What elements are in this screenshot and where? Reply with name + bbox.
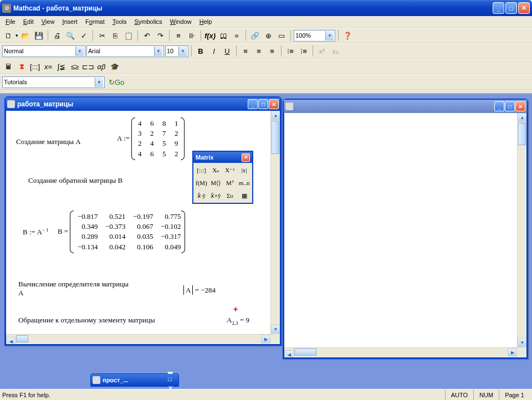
menu-tools[interactable]: Tools [109, 17, 130, 26]
save-button[interactable]: 💾 [33, 29, 45, 42]
close-button[interactable]: ✕ [518, 2, 530, 14]
numbering-button[interactable]: ⁝≡ [298, 45, 310, 57]
cut-button[interactable]: ✂ [96, 29, 108, 42]
label-elem[interactable]: Обращение к отдельному элементу матрицы [18, 316, 155, 325]
menu-edit[interactable]: Edit [20, 17, 37, 26]
matrix-a-region[interactable]: A := 4681 3272 2459 4652 [117, 117, 185, 160]
undo-button[interactable]: ↶ [141, 29, 153, 42]
child-window-2[interactable]: _ □ ✕ ▲ ▼ ◀ ▶ [283, 99, 528, 359]
child1-close[interactable]: ✕ [269, 99, 279, 109]
child2-maximize[interactable]: □ [505, 101, 515, 111]
zoom-combo[interactable]: 100%▼ [294, 30, 335, 42]
maximize-button[interactable]: □ [505, 2, 517, 14]
child1-minimize[interactable]: _ [248, 99, 258, 109]
calculator-icon[interactable]: 🖩 [2, 60, 14, 73]
copy-button[interactable]: ⎘ [109, 29, 121, 42]
workspace: _ □ ✕ ▲ ▼ ◀ ▶ работа_матрицы _ □ ✕ [0, 93, 532, 389]
app-icon: ⚙ [2, 4, 11, 13]
scrollbar-v[interactable]: ▲ ▼ [517, 113, 526, 347]
component-button[interactable]: 🔗 [249, 29, 261, 42]
label-det[interactable]: Вычисление определителя матрицы А [18, 280, 129, 298]
doc-icon [93, 376, 100, 384]
pbtn-vectorize[interactable]: f(M) [195, 177, 208, 189]
menu-view[interactable]: View [38, 17, 58, 26]
status-auto: AUTO [445, 389, 473, 400]
min-restore[interactable]: ▂ [168, 367, 177, 376]
redo-button[interactable]: ↷ [154, 29, 166, 42]
scrollbar-h[interactable]: ◀ ▶ [6, 334, 270, 343]
pbtn-sum[interactable]: Συ [223, 189, 237, 202]
print-button[interactable]: 🖨 [51, 29, 63, 42]
elem-region[interactable]: A2,3 = 9 [227, 316, 249, 326]
symbolic-icon[interactable]: 🎓 [109, 60, 121, 73]
minimized-window[interactable]: прост_... ▂ □ ✕ [90, 373, 179, 387]
pbtn-dot[interactable]: x̂·ŷ [195, 189, 208, 202]
status-help: Press F1 for help. [2, 392, 445, 398]
align-left-button[interactable]: ≡ [239, 45, 252, 57]
new-button[interactable]: 🗋 [2, 29, 14, 42]
child-window-1[interactable]: работа_матрицы _ □ ✕ Создание матрицы А … [4, 96, 282, 346]
fx-button[interactable]: f(x) [204, 29, 216, 42]
menu-insert[interactable]: Insert [59, 17, 81, 26]
underline-button[interactable]: U [221, 45, 233, 57]
pbtn-range[interactable]: m..n [237, 177, 251, 189]
pbtn-det[interactable]: |x| [237, 164, 251, 176]
matrix-palette[interactable]: Matrix ✕ [:::] Xₙ X⁻¹ |x| f(M) M⟨⟩ Mᵀ m.… [192, 151, 253, 204]
menu-window[interactable]: Window [167, 17, 195, 26]
menu-symbolics[interactable]: Symbolics [131, 17, 165, 26]
menu-format[interactable]: Format [82, 17, 108, 26]
spellcheck-button[interactable]: ✓ [78, 29, 90, 42]
pbtn-cross[interactable]: x̂×ŷ [209, 189, 223, 202]
palette-close[interactable]: ✕ [242, 153, 250, 162]
open-button[interactable]: 📂 [19, 29, 32, 42]
minimize-button[interactable]: _ [493, 2, 504, 14]
paste-button[interactable]: 📋 [122, 29, 135, 42]
child2-minimize[interactable]: _ [494, 101, 504, 111]
menu-help[interactable]: Help [196, 17, 216, 26]
calculus-icon[interactable]: ∫≨ [55, 60, 68, 73]
preview-button[interactable]: 🔍 [64, 29, 76, 42]
scrollbar-v[interactable]: ▲ ▼ [270, 111, 280, 334]
pbtn-inverse[interactable]: X⁻¹ [223, 164, 237, 176]
greek-icon[interactable]: αβ [95, 60, 108, 73]
pbtn-transpose[interactable]: Mᵀ [223, 177, 237, 189]
size-combo[interactable]: 10▼ [165, 45, 188, 57]
menu-file[interactable]: File [2, 17, 19, 26]
align2-button[interactable]: ⊪ [186, 29, 198, 42]
subscript-button[interactable]: x₂ [329, 45, 341, 57]
menu-bar: File Edit View Insert Format Tools Symbo… [0, 16, 532, 28]
child2-close[interactable]: ✕ [515, 101, 525, 111]
units-button[interactable]: 🕮 [217, 29, 229, 42]
child1-maximize[interactable]: □ [258, 99, 268, 109]
region-button[interactable]: ▭ [275, 29, 288, 42]
graph-icon[interactable]: ⧗ [16, 60, 28, 73]
label-create-b[interactable]: Создание обратной матрицы В [28, 176, 122, 185]
calc-button[interactable]: = [231, 29, 243, 42]
scrollbar-h[interactable]: ◀ ▶ [284, 347, 517, 357]
matrix-icon[interactable]: [:::] [29, 60, 41, 73]
matrix-b-region[interactable]: B := A− 1 B = −0.8170.521−0.1970.775 0.3… [23, 211, 185, 253]
help-button[interactable]: ❓ [341, 29, 354, 42]
programming-icon[interactable]: ⊏⊐ [82, 60, 94, 73]
italic-button[interactable]: I [208, 45, 220, 57]
resource-combo[interactable]: Tutorials▼ [2, 76, 105, 88]
det-region[interactable]: A = −284 [183, 286, 216, 295]
font-combo[interactable]: Arial▼ [86, 45, 164, 57]
boolean-icon[interactable]: ≤≥ [69, 60, 81, 73]
align-right-button[interactable]: ≡ [266, 45, 278, 57]
label-create-a[interactable]: Создание матрицы А [16, 137, 81, 146]
insert-button[interactable]: ⊕ [262, 29, 274, 42]
pbtn-subscript[interactable]: Xₙ [209, 164, 223, 176]
bullets-button[interactable]: ⁝≡ [284, 45, 296, 57]
bold-button[interactable]: B [195, 45, 207, 57]
pbtn-matrix[interactable]: [:::] [195, 164, 208, 176]
eval-icon[interactable]: x= [42, 60, 54, 73]
style-combo[interactable]: Normal▼ [2, 45, 85, 57]
superscript-button[interactable]: x² [316, 45, 328, 57]
go-button[interactable]: ↻Go [106, 76, 127, 88]
pbtn-picture[interactable]: ▦ [237, 189, 251, 202]
align-button[interactable]: ≡ [172, 29, 185, 42]
pbtn-column[interactable]: M⟨⟩ [209, 177, 223, 189]
min-maximize[interactable]: □ [168, 376, 177, 384]
align-center-button[interactable]: ≡ [253, 45, 265, 57]
